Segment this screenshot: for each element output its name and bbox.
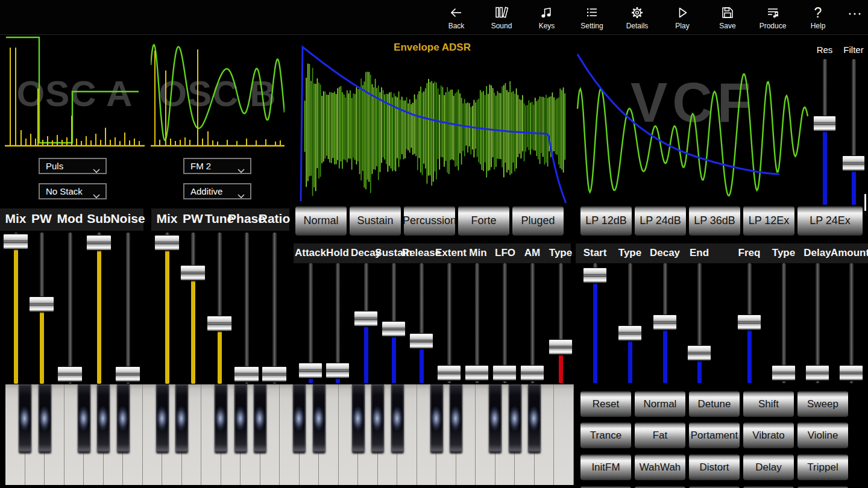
piano-key-black[interactable] [254, 384, 266, 452]
preset-shift[interactable]: Shift [743, 390, 794, 418]
preset-portament[interactable]: Portament [688, 422, 740, 449]
piano-key-black[interactable] [313, 384, 326, 452]
piano-key-black[interactable] [293, 384, 306, 452]
osc-a-waveform-select[interactable]: Puls [39, 158, 107, 174]
nav-item-details[interactable]: Details [616, 5, 658, 33]
vcf-slider-start-0-handle[interactable] [583, 267, 607, 283]
preset-partial-2[interactable] [688, 486, 740, 488]
vcf-slider-freq-4-handle[interactable] [737, 314, 761, 330]
piano-key-white[interactable] [554, 384, 574, 485]
vcf-filter-slider-handle[interactable] [842, 155, 865, 171]
envelope-slider-decay-2-handle[interactable] [354, 311, 378, 327]
vcf-slider-end-3-handle[interactable] [687, 345, 711, 361]
piano-key-black[interactable] [156, 384, 169, 452]
envelope-slider-hold-1-handle[interactable] [326, 363, 350, 378]
envelope-slider-extent-5-handle[interactable] [437, 365, 461, 381]
preset-trippel[interactable]: Trippel [797, 454, 849, 481]
osc-b-slider-phase-3-track[interactable] [245, 233, 249, 384]
nav-item-play[interactable]: Play [661, 5, 703, 33]
preset-violine[interactable]: Violine [797, 422, 849, 449]
piano-key-black[interactable] [175, 384, 188, 452]
envelope-slider-release-4-handle[interactable] [409, 333, 433, 349]
osc-a-slider-sub-3-handle[interactable] [86, 235, 112, 251]
envelope-slider-lfo-7-handle[interactable] [492, 365, 517, 381]
scrollbar-tick[interactable] [864, 194, 866, 211]
envelope-preset-normal[interactable]: Normal [295, 205, 347, 236]
osc-a-slider-mod-2-track[interactable] [68, 233, 72, 384]
piano-key-black[interactable] [215, 384, 227, 452]
piano-key-black[interactable] [509, 384, 521, 452]
envelope-slider-am-8-handle[interactable] [520, 365, 544, 381]
envelope-preset-pluged[interactable]: Pluged [512, 205, 564, 236]
preset-sweep[interactable]: Sweep [797, 390, 849, 418]
osc-a-slider-mix-0-handle[interactable] [3, 234, 28, 249]
vcf-slider-decay-2-handle[interactable] [653, 314, 677, 330]
vcf-slider-type-1-handle[interactable] [618, 325, 642, 341]
piano-key-black[interactable] [234, 384, 247, 452]
nav-item-keys[interactable]: Keys [526, 5, 568, 33]
osc-b-slider-ratio-4-handle[interactable] [262, 366, 287, 382]
nav-item-help[interactable]: ?Help [797, 5, 839, 33]
osc-a-slider-noise-4-handle[interactable] [115, 366, 140, 382]
preset-reset[interactable]: Reset [580, 390, 632, 418]
envelope-preset-percussion[interactable]: Percussion [403, 205, 456, 236]
preset-partial-0[interactable] [580, 486, 632, 488]
preset-partial-4[interactable] [797, 486, 849, 488]
vcf-filter-mode-lp-12ex[interactable]: LP 12Ex [743, 205, 795, 236]
vcf-slider-amount-7-handle[interactable] [839, 365, 863, 381]
piano-key-black[interactable] [97, 384, 110, 452]
vcf-filter-mode-lp-24ex[interactable]: LP 24Ex [797, 205, 863, 236]
preset-vibrato[interactable]: Vibrato [743, 422, 794, 449]
nav-item-produce[interactable]: Produce [752, 5, 794, 33]
piano-key-black[interactable] [39, 384, 51, 452]
preset-detune[interactable]: Detune [688, 390, 740, 418]
piano-key-black[interactable] [352, 384, 365, 452]
envelope-slider-sustain-3-handle[interactable] [382, 321, 406, 337]
piano-key-black[interactable] [391, 384, 404, 452]
envelope-slider-attack-0-handle[interactable] [298, 363, 322, 378]
vcf-filter-mode-lp-24db[interactable]: LP 24dB [634, 205, 687, 236]
osc-a-stack-select[interactable]: No Stack [39, 183, 107, 199]
osc-a-slider-pw-1-handle[interactable] [29, 296, 54, 312]
osc-b-slider-phase-3-handle[interactable] [234, 366, 259, 382]
piano-key-black[interactable] [78, 384, 90, 452]
osc-b-slider-ratio-4-track[interactable] [272, 233, 277, 384]
preset-partial-1[interactable] [634, 486, 686, 488]
vcf-filter-mode-lp-12db[interactable]: LP 12dB [580, 205, 632, 236]
osc-b-stack-select[interactable]: Additive [183, 183, 251, 199]
vcf-slider-delay-6-handle[interactable] [805, 365, 829, 381]
envelope-preset-sustain[interactable]: Sustain [349, 205, 401, 236]
osc-b-waveform-select[interactable]: FM 2 [183, 158, 251, 174]
preset-normal[interactable]: Normal [634, 390, 686, 418]
preset-trance[interactable]: Trance [580, 422, 632, 449]
piano-key-black[interactable] [489, 384, 502, 452]
preset-fat[interactable]: Fat [634, 422, 686, 449]
piano-key-black[interactable] [450, 384, 462, 452]
envelope-slider-min-6-handle[interactable] [465, 365, 489, 381]
envelope-preset-forte[interactable]: Forte [458, 205, 510, 236]
piano-key-black[interactable] [19, 384, 31, 452]
preset-delay[interactable]: Delay [743, 454, 794, 481]
osc-b-slider-pw-1-handle[interactable] [180, 265, 206, 281]
nav-item-setting[interactable]: Setting [571, 5, 613, 33]
preset-wahwah[interactable]: WahWah [634, 454, 686, 481]
vcf-filter-mode-lp-36db[interactable]: LP 36dB [688, 205, 741, 236]
nav-item-back[interactable]: Back [435, 5, 477, 33]
osc-a-slider-noise-4-track[interactable] [126, 233, 130, 384]
piano-key-black[interactable] [117, 384, 130, 452]
piano-key-black[interactable] [430, 384, 443, 452]
envelope-slider-type-9-handle[interactable] [549, 339, 573, 355]
piano-key-black[interactable] [528, 384, 541, 452]
osc-b-slider-mix-0-handle[interactable] [154, 235, 180, 251]
preset-distort[interactable]: Distort [688, 454, 740, 481]
vcf-res-slider-handle[interactable] [813, 116, 836, 131]
preset-initfm[interactable]: InitFM [580, 454, 632, 481]
osc-a-slider-mod-2-handle[interactable] [57, 366, 83, 382]
nav-item-save[interactable]: Save [706, 5, 749, 33]
vcf-slider-type-5-handle[interactable] [772, 365, 796, 381]
more-button[interactable] [845, 7, 864, 23]
piano-key-black[interactable] [371, 384, 384, 452]
nav-item-sound[interactable]: Sound [480, 5, 523, 33]
osc-b-slider-tune-2-handle[interactable] [207, 316, 232, 331]
preset-partial-3[interactable] [743, 486, 794, 488]
